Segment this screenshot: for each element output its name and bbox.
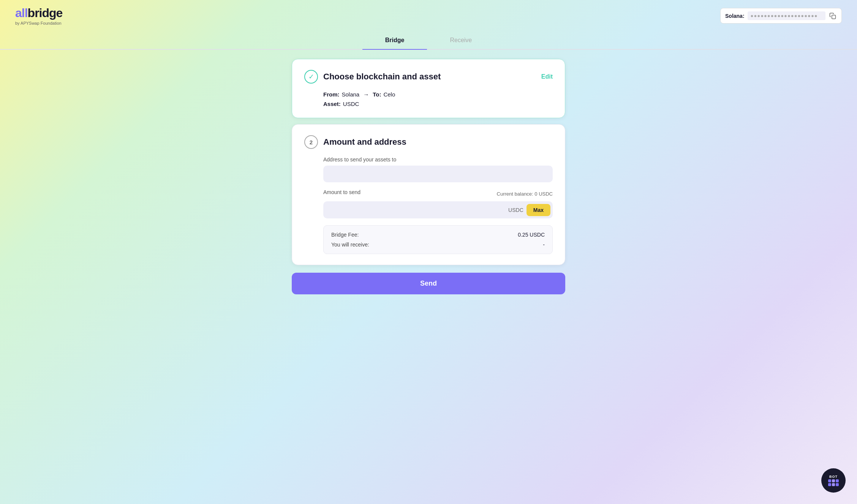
address-label: Address to send your assets to <box>323 156 553 163</box>
bot-dot-5 <box>832 483 835 486</box>
max-button[interactable]: Max <box>527 204 550 216</box>
currency-label: USDC <box>508 207 523 213</box>
from-to-row: From: Solana → To: Celo <box>323 91 553 98</box>
amount-input-row: USDC Max <box>323 201 553 218</box>
amount-group: Amount to send Current balance: 0 USDC U… <box>323 189 553 218</box>
step1-card: ✓ Choose blockchain and asset Edit From:… <box>292 59 565 118</box>
step2-title: Amount and address <box>323 137 406 147</box>
step1-title: Choose blockchain and asset <box>323 72 441 82</box>
logo-bridge: bridge <box>28 6 63 20</box>
logo-subtitle: by APYSwap Foundation <box>15 21 62 25</box>
bot-label: BOT <box>829 475 838 479</box>
svg-rect-0 <box>832 15 836 19</box>
fee-box: Bridge Fee: 0.25 USDC You will receive: … <box>323 225 553 254</box>
from-value: Solana <box>342 91 360 98</box>
logo: allbridge by APYSwap Foundation <box>15 6 62 25</box>
address-input[interactable] <box>323 166 553 182</box>
step1-details: From: Solana → To: Celo Asset: USDC <box>304 91 553 107</box>
header: allbridge by APYSwap Foundation Solana: … <box>0 0 857 32</box>
fee-value: 0.25 USDC <box>518 232 545 238</box>
logo-all: all <box>15 6 28 20</box>
wallet-address: ●●●●●●●●●●●●●●●●●●●● <box>748 11 825 20</box>
wallet-label: Solana: <box>725 13 745 19</box>
balance-display: Current balance: 0 USDC <box>497 191 553 197</box>
step2-card: 2 Amount and address Address to send you… <box>292 124 565 265</box>
asset-label: Asset: <box>323 101 341 107</box>
receive-label: You will receive: <box>331 242 369 248</box>
bot-dot-4 <box>828 483 831 486</box>
address-group: Address to send your assets to <box>323 156 553 182</box>
tab-bridge[interactable]: Bridge <box>362 32 427 49</box>
step2-title-row: 2 Amount and address <box>304 135 406 149</box>
step2-header: 2 Amount and address <box>304 135 553 149</box>
bot-button[interactable]: BOT <box>821 468 846 493</box>
amount-label: Amount to send <box>323 189 361 195</box>
step1-header: ✓ Choose blockchain and asset Edit <box>304 70 553 84</box>
main-content: ✓ Choose blockchain and asset Edit From:… <box>0 50 857 310</box>
send-button[interactable]: Send <box>292 273 565 294</box>
tab-receive[interactable]: Receive <box>427 32 495 49</box>
step2-number: 2 <box>304 135 318 149</box>
check-icon: ✓ <box>304 70 318 84</box>
asset-row: Asset: USDC <box>323 101 553 107</box>
logo-text: allbridge <box>15 6 62 20</box>
step2-body: Address to send your assets to Amount to… <box>304 156 553 254</box>
asset-value: USDC <box>343 101 359 107</box>
bot-dot-2 <box>832 479 835 482</box>
from-label: From: <box>323 91 340 98</box>
edit-button[interactable]: Edit <box>541 73 553 80</box>
amount-input[interactable] <box>328 203 505 217</box>
amount-header: Amount to send Current balance: 0 USDC <box>323 189 553 198</box>
fee-row: Bridge Fee: 0.25 USDC <box>331 232 545 238</box>
tabs-container: Bridge Receive <box>0 32 857 50</box>
to-value: Celo <box>383 91 395 98</box>
receive-value: - <box>543 242 545 248</box>
receive-row: You will receive: - <box>331 242 545 248</box>
wallet-bar: Solana: ●●●●●●●●●●●●●●●●●●●● <box>720 8 842 24</box>
arrow-icon: → <box>363 91 369 98</box>
step1-title-row: ✓ Choose blockchain and asset <box>304 70 441 84</box>
bot-dots <box>828 479 839 486</box>
fee-label: Bridge Fee: <box>331 232 359 238</box>
to-label: To: <box>373 91 381 98</box>
bot-dot-6 <box>836 483 839 486</box>
bot-dot-3 <box>836 479 839 482</box>
bot-dot-1 <box>828 479 831 482</box>
copy-address-button[interactable] <box>829 12 837 20</box>
